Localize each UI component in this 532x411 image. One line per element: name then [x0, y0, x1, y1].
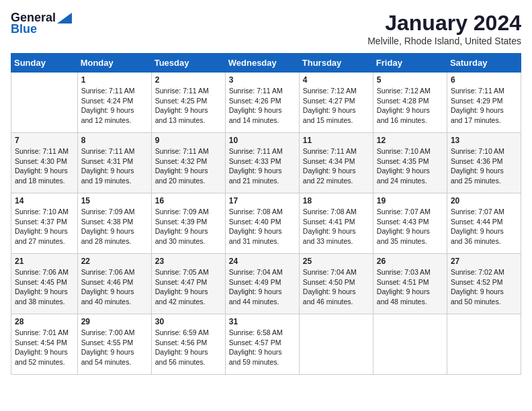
day-number: 4	[303, 75, 369, 85]
daylight-minutes-text: and 12 minutes.	[81, 116, 148, 126]
calendar-cell: 30Sunrise: 6:59 AMSunset: 4:56 PMDayligh…	[151, 314, 225, 375]
day-number: 24	[229, 257, 296, 266]
day-number: 20	[451, 196, 517, 205]
sunset-text: Sunset: 4:50 PM	[303, 277, 369, 287]
sunrise-text: Sunrise: 7:11 AM	[81, 86, 148, 96]
daylight-minutes-text: and 17 minutes.	[451, 116, 517, 126]
day-number: 12	[377, 136, 443, 145]
daylight-hours-text: Daylight: 9 hours	[377, 105, 443, 116]
sunset-text: Sunset: 4:29 PM	[451, 96, 517, 106]
calendar-cell	[447, 314, 521, 375]
daylight-minutes-text: and 59 minutes.	[229, 357, 296, 367]
daylight-minutes-text: and 28 minutes.	[81, 236, 148, 246]
sunrise-text: Sunrise: 7:07 AM	[451, 207, 517, 217]
daylight-minutes-text: and 35 minutes.	[377, 236, 443, 246]
sunrise-text: Sunrise: 7:11 AM	[303, 146, 369, 156]
calendar-cell: 6Sunrise: 7:11 AMSunset: 4:29 PMDaylight…	[447, 73, 521, 133]
calendar-cell: 2Sunrise: 7:11 AMSunset: 4:25 PMDaylight…	[151, 73, 225, 133]
day-number: 2	[155, 75, 222, 85]
logo-triangle-icon	[57, 13, 72, 24]
calendar-cell: 22Sunrise: 7:06 AMSunset: 4:46 PMDayligh…	[77, 254, 151, 314]
sunset-text: Sunset: 4:37 PM	[15, 217, 74, 227]
calendar-cell	[11, 73, 78, 133]
day-number: 26	[377, 257, 443, 266]
day-number: 14	[15, 196, 74, 205]
sunrise-text: Sunrise: 7:01 AM	[15, 328, 74, 338]
calendar-week-row: 21Sunrise: 7:06 AMSunset: 4:45 PMDayligh…	[11, 254, 521, 314]
daylight-hours-text: Daylight: 9 hours	[81, 226, 148, 236]
daylight-minutes-text: and 44 minutes.	[229, 297, 296, 307]
page-header: General Blue January 2024 Melville, Rhod…	[11, 11, 521, 46]
sunset-text: Sunset: 4:52 PM	[451, 277, 517, 287]
day-number: 23	[155, 257, 222, 266]
day-number: 15	[81, 196, 148, 205]
calendar-cell: 13Sunrise: 7:10 AMSunset: 4:36 PMDayligh…	[447, 133, 521, 193]
day-number: 17	[229, 196, 296, 205]
day-number: 6	[451, 75, 517, 85]
sunrise-text: Sunrise: 7:06 AM	[15, 267, 74, 277]
calendar-cell: 25Sunrise: 7:04 AMSunset: 4:50 PMDayligh…	[299, 254, 373, 314]
sunrise-text: Sunrise: 7:08 AM	[303, 207, 369, 217]
sunset-text: Sunset: 4:28 PM	[377, 96, 443, 106]
sunrise-text: Sunrise: 7:00 AM	[81, 328, 148, 338]
day-number: 27	[451, 257, 517, 266]
daylight-hours-text: Daylight: 9 hours	[451, 105, 517, 116]
sunset-text: Sunset: 4:27 PM	[303, 96, 369, 106]
daylight-minutes-text: and 48 minutes.	[377, 297, 443, 307]
day-number: 18	[303, 196, 369, 205]
sunrise-text: Sunrise: 7:06 AM	[81, 267, 148, 277]
daylight-hours-text: Daylight: 9 hours	[303, 105, 369, 116]
sunset-text: Sunset: 4:26 PM	[229, 96, 296, 106]
daylight-hours-text: Daylight: 9 hours	[15, 287, 74, 297]
calendar-cell: 1Sunrise: 7:11 AMSunset: 4:24 PMDaylight…	[77, 73, 151, 133]
daylight-minutes-text: and 31 minutes.	[229, 236, 296, 246]
day-number: 21	[15, 257, 74, 266]
weekday-header-wednesday: Wednesday	[225, 54, 299, 73]
sunset-text: Sunset: 4:24 PM	[81, 96, 148, 106]
sunrise-text: Sunrise: 7:04 AM	[303, 267, 369, 277]
weekday-header-monday: Monday	[77, 54, 151, 73]
daylight-hours-text: Daylight: 9 hours	[155, 347, 222, 357]
sunset-text: Sunset: 4:32 PM	[155, 156, 222, 167]
calendar-cell: 24Sunrise: 7:04 AMSunset: 4:49 PMDayligh…	[225, 254, 299, 314]
daylight-minutes-text: and 16 minutes.	[377, 116, 443, 126]
sunrise-text: Sunrise: 7:11 AM	[155, 146, 222, 156]
sunrise-text: Sunrise: 7:03 AM	[377, 267, 443, 277]
daylight-minutes-text: and 54 minutes.	[81, 357, 148, 367]
sunset-text: Sunset: 4:51 PM	[377, 277, 443, 287]
daylight-hours-text: Daylight: 9 hours	[229, 226, 296, 236]
weekday-header-sunday: Sunday	[11, 54, 78, 73]
sunrise-text: Sunrise: 7:11 AM	[451, 86, 517, 96]
location-text: Melville, Rhode Island, United States	[367, 36, 521, 46]
sunrise-text: Sunrise: 7:11 AM	[15, 146, 74, 156]
calendar-week-row: 14Sunrise: 7:10 AMSunset: 4:37 PMDayligh…	[11, 193, 521, 254]
calendar-week-row: 7Sunrise: 7:11 AMSunset: 4:30 PMDaylight…	[11, 133, 521, 193]
day-number: 11	[303, 136, 369, 145]
calendar-week-row: 1Sunrise: 7:11 AMSunset: 4:24 PMDaylight…	[11, 73, 521, 133]
weekday-header-tuesday: Tuesday	[151, 54, 225, 73]
sunset-text: Sunset: 4:39 PM	[155, 217, 222, 227]
daylight-hours-text: Daylight: 9 hours	[229, 287, 296, 297]
day-number: 22	[81, 257, 148, 266]
daylight-minutes-text: and 56 minutes.	[155, 357, 222, 367]
daylight-hours-text: Daylight: 9 hours	[377, 166, 443, 176]
day-number: 3	[229, 75, 296, 85]
daylight-hours-text: Daylight: 9 hours	[81, 166, 148, 176]
sunset-text: Sunset: 4:40 PM	[229, 217, 296, 227]
daylight-minutes-text: and 25 minutes.	[451, 176, 517, 186]
day-number: 28	[15, 317, 74, 326]
calendar-cell: 26Sunrise: 7:03 AMSunset: 4:51 PMDayligh…	[373, 254, 447, 314]
calendar-cell: 31Sunrise: 6:58 AMSunset: 4:57 PMDayligh…	[225, 314, 299, 375]
calendar-cell: 4Sunrise: 7:12 AMSunset: 4:27 PMDaylight…	[299, 73, 373, 133]
daylight-minutes-text: and 21 minutes.	[229, 176, 296, 186]
daylight-hours-text: Daylight: 9 hours	[155, 226, 222, 236]
calendar-cell: 17Sunrise: 7:08 AMSunset: 4:40 PMDayligh…	[225, 193, 299, 254]
calendar-cell: 23Sunrise: 7:05 AMSunset: 4:47 PMDayligh…	[151, 254, 225, 314]
day-number: 5	[377, 75, 443, 85]
daylight-hours-text: Daylight: 9 hours	[81, 287, 148, 297]
calendar-cell: 3Sunrise: 7:11 AMSunset: 4:26 PMDaylight…	[225, 73, 299, 133]
daylight-hours-text: Daylight: 9 hours	[377, 287, 443, 297]
sunset-text: Sunset: 4:43 PM	[377, 217, 443, 227]
sunset-text: Sunset: 4:45 PM	[15, 277, 74, 287]
daylight-minutes-text: and 33 minutes.	[303, 236, 369, 246]
